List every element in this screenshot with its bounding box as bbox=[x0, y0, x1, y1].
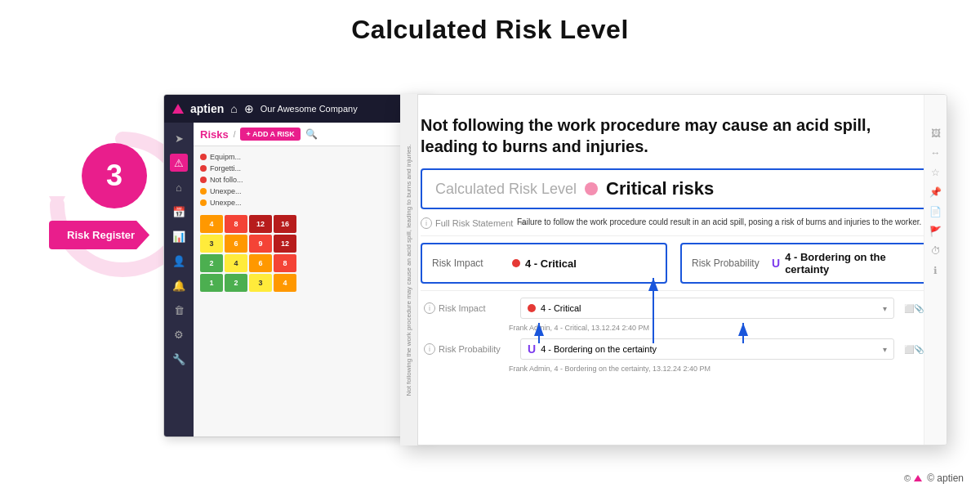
impact-highlight-box: Risk Impact 4 - Critical bbox=[421, 243, 667, 284]
chevron-down-icon-2: ▾ bbox=[883, 345, 887, 354]
right-icon-arrow: ↔ bbox=[931, 147, 941, 159]
impact-prob-strip: Risk Impact 4 - Critical Risk Probabilit… bbox=[421, 243, 927, 284]
risk-prob-section: i Risk Probability ✏ U 4 - Bordering on … bbox=[421, 338, 927, 373]
logo-triangle-icon bbox=[172, 104, 184, 114]
u-icon: U bbox=[772, 257, 780, 270]
modal-body: Not following the work procedure may cau… bbox=[401, 114, 947, 386]
matrix-cell: 6 bbox=[225, 235, 247, 253]
risk-impact-select-value: 4 - Critical bbox=[541, 303, 581, 313]
calculated-risk-box: Calculated Risk Level Critical risks bbox=[421, 168, 927, 209]
right-icon-info: ℹ bbox=[933, 265, 938, 276]
matrix-cell: 6 bbox=[249, 254, 272, 272]
right-icon-doc: 📄 bbox=[929, 206, 942, 217]
sidebar-icon-settings[interactable]: ⚙ bbox=[170, 325, 188, 343]
vertical-text-strip: Not following the work procedure may cau… bbox=[400, 94, 418, 446]
prob-highlight-box: Risk Probability U 4 - Bordering on the … bbox=[680, 243, 927, 284]
add-risk-button[interactable]: + ADD A RISK bbox=[240, 128, 300, 141]
sidebar-icon-calendar[interactable]: 📅 bbox=[170, 203, 188, 221]
risk-prob-select[interactable]: U 4 - Bordering on the certainty ▾ bbox=[520, 338, 894, 360]
modal-header: × bbox=[401, 95, 947, 114]
copyright-symbol: © bbox=[904, 473, 911, 483]
list-item[interactable]: Unexpe... bbox=[200, 186, 425, 197]
matrix-grid: 4 8 12 16 3 6 9 12 2 4 6 8 1 2 3 4 bbox=[200, 215, 296, 292]
modal-overlay: 🖼 ↔ ☆ 📌 📄 🚩 ⏱ ℹ × Not following the work… bbox=[400, 94, 947, 446]
matrix-cell: 4 bbox=[200, 215, 223, 233]
impact-value: 4 - Critical bbox=[512, 257, 577, 270]
red-dot-icon bbox=[512, 259, 520, 267]
risk-impact-section: i Risk Impact ✏ 4 - Critical ▾ ⬜📎 Frank … bbox=[421, 298, 927, 332]
copyright: © © aptien bbox=[904, 472, 964, 484]
modal-right-icons: 🖼 ↔ ☆ 📌 📄 🚩 ⏱ ℹ bbox=[924, 95, 947, 445]
risk-list: Equipm... Forgetti... Not follo... Unexp… bbox=[194, 146, 432, 212]
step-badge: 3 bbox=[82, 143, 147, 208]
matrix-cell: 16 bbox=[274, 215, 296, 233]
info-icon-3: i bbox=[424, 343, 435, 355]
info-icon-2: i bbox=[424, 302, 435, 314]
add-icon[interactable]: ⊕ bbox=[244, 102, 254, 115]
sidebar-icon-risk[interactable]: ⚠ bbox=[170, 154, 188, 172]
action-icons-impact: ⬜📎 bbox=[904, 304, 924, 313]
divider2 bbox=[421, 290, 927, 291]
list-item[interactable]: Forgetti... bbox=[200, 163, 425, 174]
action-icons-prob: ⬜📎 bbox=[904, 345, 924, 354]
risks-label: Risks bbox=[200, 128, 229, 141]
matrix-cell: 8 bbox=[274, 254, 296, 272]
matrix-cell: 2 bbox=[225, 274, 247, 292]
home-icon[interactable]: ⌂ bbox=[230, 102, 237, 115]
matrix-cell: 9 bbox=[249, 235, 272, 253]
sidebar-icon-arrow[interactable]: ➤ bbox=[170, 129, 188, 147]
risk-impact-label: Risk Impact bbox=[439, 303, 520, 313]
app-content: Risks / + ADD A RISK 🔍 Equipm... Forgett… bbox=[194, 123, 432, 437]
risk-prob-select-value: 4 - Bordering on the certainty bbox=[541, 344, 657, 354]
list-item[interactable]: Equipm... bbox=[200, 151, 425, 163]
risk-prob-label: Risk Probability bbox=[439, 344, 520, 354]
full-risk-row: i Full Risk Statement ✏ Failure to follo… bbox=[421, 217, 927, 229]
company-name: Our Awesome Company bbox=[261, 104, 401, 114]
risk-matrix: 4 8 12 16 3 6 9 12 2 4 6 8 1 2 3 4 bbox=[194, 215, 432, 292]
list-item[interactable]: Unexpe... bbox=[200, 197, 425, 208]
sidebar-icon-chart[interactable]: 📊 bbox=[170, 227, 188, 245]
risk-impact-select[interactable]: 4 - Critical ▾ bbox=[520, 298, 894, 319]
matrix-cell: 3 bbox=[200, 235, 223, 253]
sidebar-icon-user[interactable]: 👤 bbox=[170, 252, 188, 270]
critical-risks-value: Critical risks bbox=[606, 178, 714, 199]
app-topbar: aptien ⌂ ⊕ Our Awesome Company bbox=[164, 95, 432, 123]
calc-risk-label: Calculated Risk Level bbox=[435, 181, 577, 198]
list-item[interactable]: Not follo... bbox=[200, 174, 425, 186]
u-icon-2: U bbox=[528, 343, 536, 356]
page-title: Calculated Risk Level bbox=[0, 0, 980, 45]
app-logo: aptien bbox=[190, 102, 224, 115]
matrix-cell: 12 bbox=[249, 215, 272, 233]
risk-register-badge: Risk Register bbox=[49, 221, 149, 249]
full-risk-label: Full Risk Statement bbox=[435, 218, 517, 228]
calc-risk-dot bbox=[585, 182, 598, 195]
matrix-cell: 12 bbox=[274, 235, 296, 253]
right-icon-clock: ⏱ bbox=[931, 245, 941, 257]
right-icon-star: ☆ bbox=[931, 167, 940, 178]
aptien-logo-small: © aptien bbox=[914, 472, 964, 484]
search-icon[interactable]: 🔍 bbox=[305, 128, 318, 140]
risk-prob-row: i Risk Probability ✏ U 4 - Bordering on … bbox=[421, 338, 927, 360]
matrix-cell: 8 bbox=[225, 215, 247, 233]
app-sidebar: ➤ ⚠ ⌂ 📅 📊 👤 🔔 🗑 ⚙ 🔧 bbox=[164, 123, 194, 437]
right-icon-pin: 📌 bbox=[929, 186, 942, 198]
sidebar-icon-bell[interactable]: 🔔 bbox=[170, 276, 188, 294]
sidebar-icon-trash[interactable]: 🗑 bbox=[170, 301, 188, 319]
app-window: aptien ⌂ ⊕ Our Awesome Company ➤ ⚠ ⌂ 📅 📊… bbox=[163, 94, 433, 437]
risk-impact-row: i Risk Impact ✏ 4 - Critical ▾ ⬜📎 bbox=[421, 298, 927, 319]
info-icon: i bbox=[421, 217, 432, 229]
sidebar-icon-home[interactable]: ⌂ bbox=[170, 178, 188, 196]
matrix-cell: 1 bbox=[200, 274, 223, 292]
matrix-cell: 3 bbox=[249, 274, 272, 292]
modal-risk-title: Not following the work procedure may cau… bbox=[421, 114, 927, 157]
sidebar-icon-tools[interactable]: 🔧 bbox=[170, 350, 188, 368]
impact-label: Risk Impact bbox=[432, 257, 506, 269]
right-icon-flag: 🚩 bbox=[929, 226, 942, 237]
divider bbox=[421, 235, 927, 236]
matrix-cell: 2 bbox=[200, 254, 223, 272]
prob-value: U 4 - Bordering on the certainty bbox=[772, 251, 915, 275]
right-icon-image: 🖼 bbox=[931, 128, 941, 139]
risk-prob-note: Frank Admin, 4 - Bordering on the certai… bbox=[509, 365, 927, 373]
prob-label: Risk Probability bbox=[692, 257, 765, 269]
vertical-text-content: Not following the work procedure may cau… bbox=[405, 144, 412, 396]
